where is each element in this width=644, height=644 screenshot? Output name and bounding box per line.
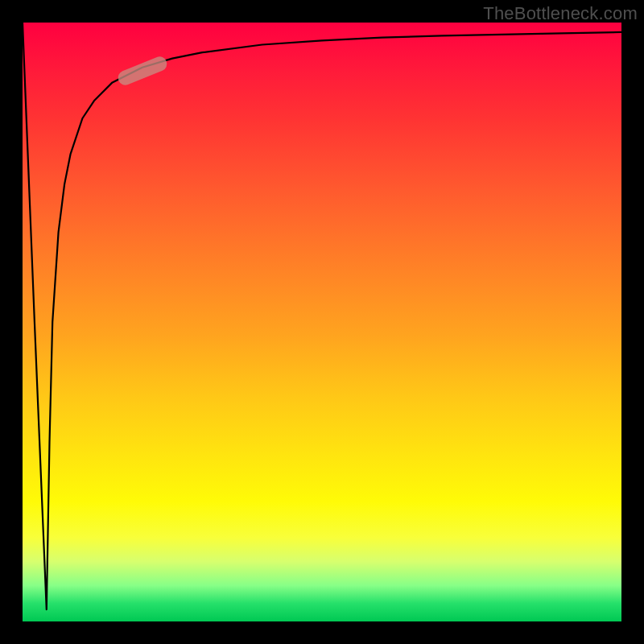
chart-curve (23, 23, 621, 621)
chart-frame (23, 23, 621, 621)
watermark-text: TheBottleneck.com (483, 3, 638, 24)
